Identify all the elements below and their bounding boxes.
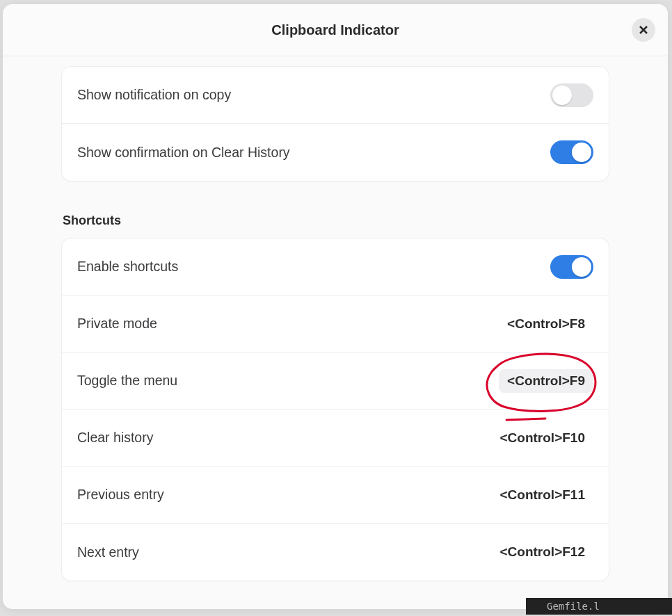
row-next-entry[interactable]: Next entry <Control>F12 — [62, 524, 609, 581]
row-label: Clear history — [77, 430, 153, 446]
row-label: Private mode — [77, 316, 157, 332]
backdrop: Clipboard Indicator Show notification on… — [0, 0, 672, 616]
close-icon — [639, 25, 648, 35]
shortcut-value[interactable]: <Control>F11 — [492, 483, 593, 507]
row-enable-shortcuts[interactable]: Enable shortcuts — [62, 238, 609, 295]
row-label: Show confirmation on Clear History — [77, 145, 290, 161]
switch-knob — [572, 143, 591, 162]
switch-show-confirmation[interactable] — [550, 140, 593, 164]
row-label: Show notification on copy — [77, 87, 231, 103]
row-toggle-menu[interactable]: Toggle the menu <Control>F9 — [62, 352, 609, 410]
shortcut-value[interactable]: <Control>F10 — [492, 426, 593, 450]
settings-window: Clipboard Indicator Show notification on… — [3, 4, 668, 609]
gemfile-label: Gemfile.l — [547, 601, 600, 612]
row-label: Enable shortcuts — [77, 259, 178, 275]
shortcut-value[interactable]: <Control>F12 — [492, 540, 593, 564]
window-title: Clipboard Indicator — [271, 22, 399, 38]
row-private-mode[interactable]: Private mode <Control>F8 — [62, 295, 609, 352]
row-previous-entry[interactable]: Previous entry <Control>F11 — [62, 467, 609, 524]
shortcuts-card: Enable shortcuts Private mode <Control>F… — [61, 238, 609, 581]
row-label: Toggle the menu — [77, 373, 177, 389]
row-show-notification[interactable]: Show notification on copy — [62, 67, 609, 124]
row-label: Next entry — [77, 544, 139, 560]
external-editor-fragment: Gemfile.l — [526, 598, 672, 615]
content-area: Show notification on copy Show confirmat… — [3, 56, 668, 609]
row-label: Previous entry — [77, 487, 164, 503]
switch-enable-shortcuts[interactable] — [550, 255, 593, 279]
row-show-confirmation[interactable]: Show confirmation on Clear History — [62, 124, 609, 181]
general-settings-card: Show notification on copy Show confirmat… — [61, 66, 609, 181]
switch-knob — [572, 257, 591, 277]
row-clear-history[interactable]: Clear history <Control>F10 — [62, 410, 609, 467]
shortcut-value[interactable]: <Control>F9 — [499, 369, 593, 393]
switch-show-notification[interactable] — [550, 83, 593, 107]
close-button[interactable] — [632, 18, 655, 42]
shortcut-value[interactable]: <Control>F8 — [499, 312, 593, 336]
shortcuts-heading: Shortcuts — [63, 213, 609, 228]
switch-knob — [552, 86, 572, 105]
titlebar: Clipboard Indicator — [3, 4, 668, 56]
